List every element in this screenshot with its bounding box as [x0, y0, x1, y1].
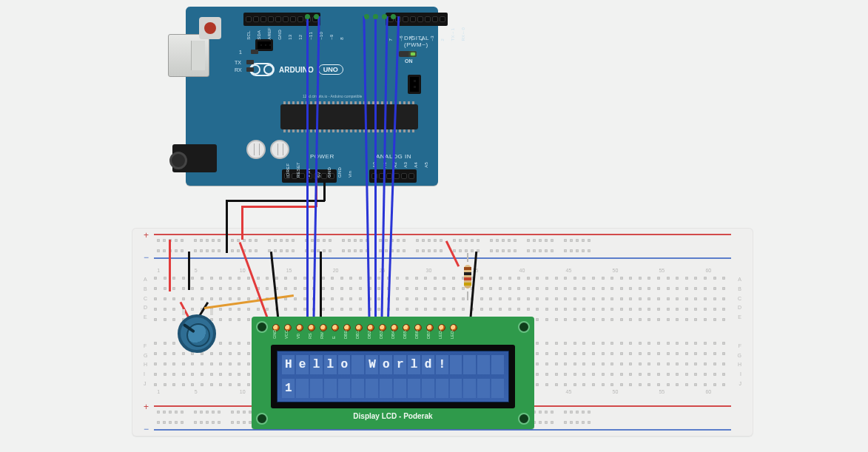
icsp-header-2-icon [408, 75, 421, 94]
lcd-cell [491, 379, 504, 398]
lcd-row-2: 1 [282, 379, 504, 398]
lcd-cell [491, 355, 504, 374]
rail-plus-label: + [144, 402, 149, 411]
rail-minus-label: − [144, 253, 149, 262]
lcd-cell: W [366, 355, 378, 374]
board-smallprint: 123d.circuits.io - Arduino compatible [303, 94, 362, 98]
lcd-cell [351, 355, 364, 374]
lcd-row-1: Hello World! [282, 355, 504, 374]
wire-node-icon [391, 14, 396, 19]
power-section-label: POWER [310, 153, 334, 160]
resistor-lead-icon [467, 291, 468, 300]
lcd-cell [422, 379, 434, 398]
rx-label: RX [235, 67, 242, 72]
tie-point-grid-upper[interactable] [154, 277, 731, 323]
lcd-cell: e [296, 355, 309, 374]
mount-hole-icon [518, 321, 530, 333]
wire-node-icon [382, 14, 387, 19]
digital-section-label: DIGITAL (PWM~) [404, 35, 438, 48]
wire-node-icon [314, 14, 319, 19]
lcd-cell [310, 379, 323, 398]
column-numbers-top: 151015202530354045505560 [154, 268, 731, 275]
capacitors-icon [246, 140, 289, 159]
lcd-cell: l [324, 355, 337, 374]
lcd-cell [450, 355, 462, 374]
potentiometer[interactable] [178, 314, 216, 353]
arduino-logo: ARDUINO UNO [249, 63, 343, 76]
lcd-cell [463, 355, 476, 374]
row-letters-left: ABCDEFGHIJ [144, 277, 152, 388]
lcd-cell [477, 379, 490, 398]
lcd-cell [408, 379, 420, 398]
lcd-module: GNDVCCV0RSRWEDB0DB1DB2DB3DB4DB5DB6DB7LED… [252, 317, 534, 429]
wire-node-icon [364, 14, 369, 19]
wire-red [241, 206, 317, 208]
dc-jack-icon [172, 144, 217, 172]
tx-label: TX [235, 60, 241, 65]
lcd-cell [366, 379, 378, 398]
microcontroller-chip-icon [280, 104, 418, 129]
lcd-pin[interactable] [332, 324, 339, 331]
pin-labels-analog: A0A1A2A3A4A5 [372, 162, 431, 168]
lcd-frame: Hello World! 1 [271, 345, 515, 408]
rail-plus-label: + [144, 231, 149, 240]
lcd-cell: o [380, 355, 392, 374]
lcd-cell [380, 379, 392, 398]
lcd-cell [394, 379, 406, 398]
lcd-cell [351, 379, 364, 398]
usb-port-icon [168, 34, 209, 77]
resistor-body-icon [464, 265, 471, 289]
rail-minus-label: − [144, 425, 149, 434]
resistor-lead-icon [467, 253, 468, 262]
pin-labels-power: IOREFRESET3.3V5VGNDGNDVin [286, 162, 355, 178]
power-rail-top[interactable]: + − [154, 234, 731, 259]
lcd-cell: 1 [282, 379, 295, 398]
lcd-cell [450, 379, 462, 398]
lcd-pin[interactable] [296, 324, 303, 331]
led1-label: 1 [239, 50, 242, 55]
arduino-uno-board: SCLSDAAREFGND1312~11~10~98 7~6~54~32TX→1… [186, 7, 438, 186]
lcd-cell: H [282, 355, 295, 374]
wire-black [226, 200, 325, 202]
lcd-cell [463, 379, 476, 398]
row-letters-right: ABCDEFGHIJ [733, 277, 741, 388]
lcd-cell: l [408, 355, 420, 374]
lcd-pin-labels: GNDVCCV0RSRWEDB0DB1DB2DB3DB4DB5DB6DB7LED… [271, 333, 456, 337]
lcd-cell [296, 379, 309, 398]
analog-header[interactable] [369, 169, 417, 183]
wire-node-icon [305, 14, 310, 19]
lcd-cell: o [338, 355, 351, 374]
lcd-cell [338, 379, 351, 398]
lcd-cell [436, 379, 448, 398]
lcd-cell [477, 355, 490, 374]
brand-text: ARDUINO [279, 66, 314, 74]
lcd-cell: ! [436, 355, 448, 374]
lcd-pin[interactable] [320, 324, 327, 331]
reset-button[interactable] [199, 17, 221, 39]
lcd-cell: d [422, 355, 434, 374]
power-led-label: ON [405, 58, 413, 64]
mount-hole-icon [256, 321, 268, 333]
lcd-cell: l [310, 355, 323, 374]
lcd-pin[interactable] [308, 324, 315, 331]
power-led-icon [399, 51, 417, 57]
lcd-cell: r [394, 355, 406, 374]
wire-node-icon [373, 14, 378, 19]
model-badge: UNO [318, 64, 343, 75]
diagram-canvas: { "arduino": { "brand": "ARDUINO", "mode… [0, 0, 868, 452]
pin-labels-top-left: SCLSDAAREFGND1312~11~10~98 [246, 27, 347, 40]
lcd-caption: Display LCD - Poderak [252, 412, 534, 420]
resistor[interactable] [464, 260, 471, 293]
lcd-cell [324, 379, 337, 398]
analog-section-label: ANALOG IN [376, 153, 411, 160]
lcd-screen: Hello World! 1 [277, 351, 509, 402]
